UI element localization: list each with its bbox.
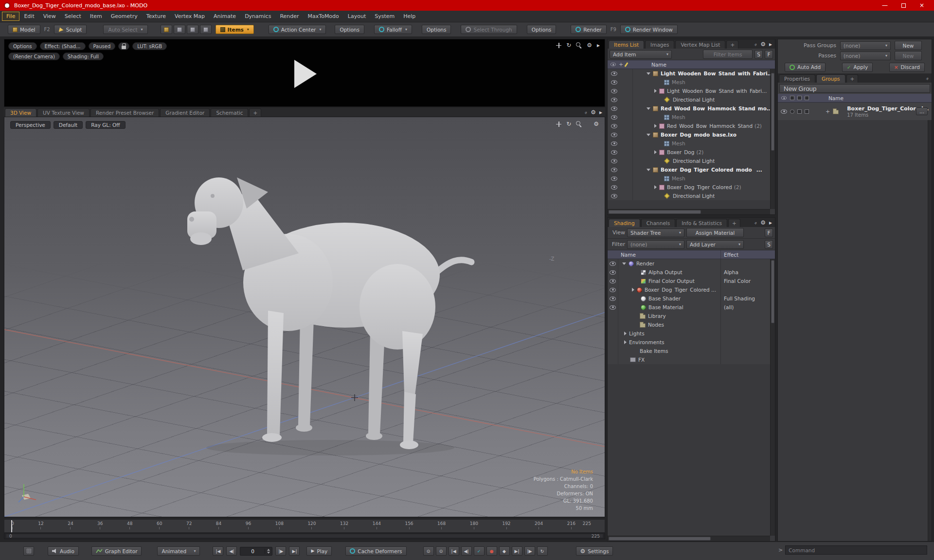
horizontal-scrollbar[interactable] bbox=[608, 209, 770, 214]
command-input[interactable] bbox=[785, 545, 927, 555]
expand-arrow-icon[interactable] bbox=[654, 185, 657, 189]
item-row[interactable]: Directional Light bbox=[608, 192, 775, 200]
expand-panel-icon[interactable]: » bbox=[753, 220, 758, 226]
sculpt-button[interactable]: Sculpt bbox=[54, 25, 87, 34]
time-system-icon[interactable]: ⊙ bbox=[423, 546, 434, 556]
preview-camera-button[interactable]: (Render Camera) bbox=[8, 52, 60, 60]
orbit-icon[interactable]: ↻ bbox=[566, 42, 571, 48]
menu-item[interactable]: Texture bbox=[142, 12, 170, 21]
menu-item[interactable]: Layout bbox=[343, 12, 370, 21]
vertical-scrollbar[interactable] bbox=[770, 69, 775, 209]
current-frame-input[interactable] bbox=[240, 547, 265, 555]
range-inner-bar[interactable] bbox=[6, 534, 603, 538]
visibility-eye-icon[interactable] bbox=[611, 124, 617, 128]
tab-add-button[interactable]: + bbox=[249, 108, 261, 117]
step-last-button[interactable]: |▶ bbox=[524, 546, 535, 556]
zoom-icon[interactable] bbox=[576, 42, 582, 48]
tab-add-button[interactable]: + bbox=[846, 74, 859, 83]
visibility-eye-icon[interactable] bbox=[611, 185, 617, 190]
add-item-dropdown[interactable]: Add Item▾ bbox=[610, 50, 672, 59]
select-through-button[interactable]: Select Through bbox=[461, 25, 517, 34]
expand-arrow-icon[interactable] bbox=[654, 89, 657, 93]
more-options-button[interactable]: ... bbox=[916, 107, 928, 115]
select-through-options-button[interactable]: Options bbox=[527, 25, 557, 34]
expand-arrow-icon[interactable] bbox=[624, 332, 627, 335]
scrollbar-thumb[interactable] bbox=[771, 73, 774, 151]
tab-groups[interactable]: Groups bbox=[816, 74, 845, 83]
visibility-eye-icon[interactable] bbox=[611, 150, 617, 155]
gear-icon[interactable]: ⚙ bbox=[760, 41, 766, 47]
shader-row[interactable]: Final Color OutputFinal Color▾ bbox=[608, 277, 775, 285]
settings-button[interactable]: ⚙Settings bbox=[576, 546, 613, 556]
apply-button[interactable]: ✓Apply bbox=[842, 63, 873, 72]
item-row[interactable]: Mesh bbox=[608, 174, 775, 183]
visibility-eye-icon[interactable] bbox=[611, 194, 617, 198]
shader-row[interactable]: Render bbox=[608, 259, 775, 268]
checkbox[interactable] bbox=[805, 109, 809, 114]
filter-items-button[interactable]: Filter Items bbox=[703, 50, 753, 59]
shader-row[interactable]: Base Material(all)▾ bbox=[608, 303, 775, 312]
tab-render-preset-browser[interactable]: Render Preset Browser bbox=[90, 108, 159, 117]
visibility-eye-icon[interactable] bbox=[781, 109, 787, 114]
expand-plus-icon[interactable]: + bbox=[826, 109, 830, 114]
assign-material-button[interactable]: Assign Material bbox=[686, 228, 744, 237]
collapse-arrow-icon[interactable] bbox=[622, 262, 626, 265]
expand-arrow-icon[interactable] bbox=[624, 340, 627, 344]
visibility-eye-icon[interactable] bbox=[611, 89, 617, 93]
mode-polygons-button[interactable] bbox=[187, 25, 198, 34]
visibility-eye-icon[interactable] bbox=[611, 71, 617, 76]
preview-lock-button[interactable] bbox=[118, 42, 129, 50]
visibility-eye-icon[interactable] bbox=[611, 133, 617, 137]
shader-row[interactable]: Environments bbox=[608, 338, 775, 347]
item-row[interactable]: Directional Light bbox=[608, 95, 775, 104]
menu-item[interactable]: View bbox=[39, 12, 60, 21]
render-window-button[interactable]: Render Window bbox=[620, 25, 678, 34]
shader-row[interactable]: Bake Items bbox=[608, 347, 775, 355]
menu-item[interactable]: MaxToModo bbox=[304, 12, 343, 21]
visibility-eye-icon[interactable] bbox=[611, 159, 617, 163]
visibility-eye-icon[interactable] bbox=[610, 279, 616, 283]
menu-item[interactable]: File bbox=[2, 12, 19, 21]
preview-effect-button[interactable]: Effect: (Shad... bbox=[40, 42, 86, 50]
timeline-range-bar[interactable]: 0 225 bbox=[4, 533, 605, 539]
expand-arrow-icon[interactable] bbox=[654, 150, 657, 154]
orbit-icon[interactable]: ↻ bbox=[566, 121, 571, 127]
item-row[interactable]: Mesh bbox=[608, 78, 775, 87]
render-button[interactable]: Render bbox=[571, 25, 606, 34]
item-row[interactable]: Boxer_Dog(2) bbox=[608, 148, 775, 157]
tab-properties[interactable]: Properties bbox=[779, 74, 815, 83]
expand-arrow-icon[interactable] bbox=[632, 288, 634, 292]
tab-items-list[interactable]: Items List bbox=[609, 40, 644, 49]
raygl-dropdown[interactable]: Ray GL: Off bbox=[86, 121, 125, 129]
frame-spinner[interactable] bbox=[265, 549, 272, 554]
tab-add-button[interactable]: + bbox=[726, 40, 738, 49]
new-pass-group-button[interactable]: New bbox=[895, 41, 922, 50]
mode-vertices-button[interactable] bbox=[161, 25, 172, 34]
panel-menu-icon[interactable]: ▸ bbox=[597, 42, 600, 48]
vertical-scrollbar[interactable] bbox=[928, 120, 932, 541]
tab-3d-view[interactable]: 3D View bbox=[5, 108, 36, 117]
filter-dropdown[interactable]: (none)▾ bbox=[627, 240, 684, 249]
collapse-arrow-icon[interactable] bbox=[647, 169, 650, 171]
visibility-eye-icon[interactable] bbox=[611, 141, 617, 146]
perspective-dropdown[interactable]: Perspective bbox=[10, 121, 51, 129]
preview-shading-button[interactable]: Shading: Full bbox=[63, 52, 104, 60]
scrollbar-thumb[interactable] bbox=[609, 537, 711, 541]
minimize-button[interactable]: — bbox=[882, 2, 888, 8]
radio-toggle[interactable] bbox=[790, 109, 794, 114]
step-next-button[interactable]: ▶| bbox=[512, 546, 522, 556]
mode-edges-button[interactable] bbox=[174, 25, 185, 34]
action-center-dropdown[interactable]: Action Center▾ bbox=[269, 25, 326, 34]
visibility-eye-icon[interactable] bbox=[610, 262, 616, 266]
shader-row[interactable]: Library bbox=[608, 312, 775, 320]
pan-icon[interactable] bbox=[556, 122, 561, 127]
mode-center-button[interactable] bbox=[200, 25, 212, 34]
effect-dropdown[interactable]: Alpha▾ bbox=[720, 268, 775, 277]
shading-style-dropdown[interactable]: Default bbox=[54, 121, 83, 129]
pan-icon[interactable] bbox=[556, 43, 561, 48]
pass-groups-dropdown[interactable]: (none)▾ bbox=[840, 41, 891, 50]
menu-item[interactable]: Select bbox=[60, 12, 86, 21]
scrollbar-thumb[interactable] bbox=[771, 260, 774, 323]
item-row[interactable]: Boxer_Dog_Tiger_Colored(2) bbox=[608, 183, 775, 192]
item-row[interactable]: Red_Wood_Bow_Hammock_Stand_modo ... bbox=[608, 104, 775, 113]
